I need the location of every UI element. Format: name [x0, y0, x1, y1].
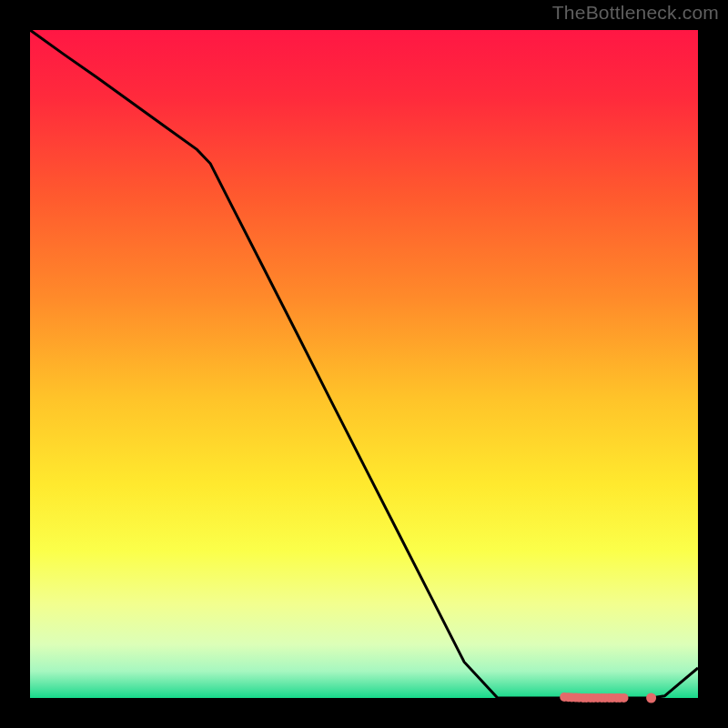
- chart-stage: TheBottleneck.com: [0, 0, 728, 728]
- highlight-dot: [620, 693, 629, 703]
- highlight-dot: [646, 693, 656, 703]
- bottleneck-line-chart: [0, 0, 728, 728]
- plot-background: [30, 30, 698, 698]
